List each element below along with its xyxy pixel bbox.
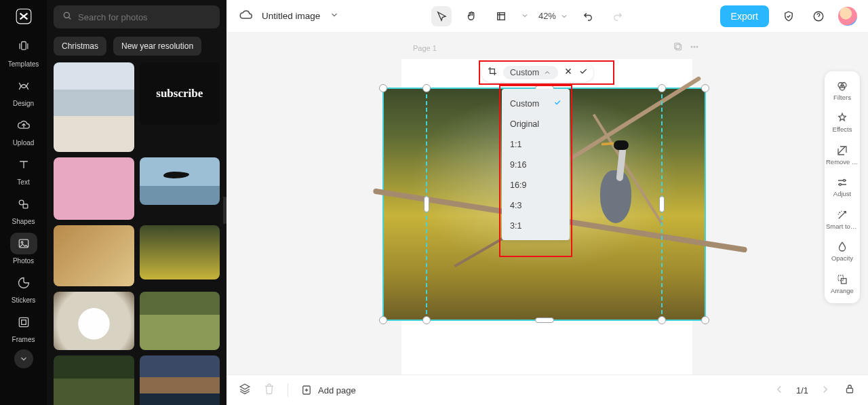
crop-option-original[interactable]: Original [502,114,570,134]
photos-icon [10,233,37,254]
prop-label: Effects [833,126,852,133]
rail-label: Photos [13,257,34,265]
photo-thumb[interactable] [54,157,134,220]
search-input-wrap[interactable] [54,5,220,28]
photo-thumb[interactable]: subscribe [140,62,220,125]
prop-label: Smart tools [826,223,859,230]
photo-thumb[interactable] [140,292,220,350]
page-tools [673,41,700,55]
add-page-button[interactable]: Add page [300,384,356,396]
prop-adjust[interactable]: Adjust [825,173,860,201]
crop-handle[interactable] [659,196,665,212]
chip-new-year[interactable]: New year resolution [113,37,201,56]
user-avatar[interactable] [838,7,857,26]
rail-templates[interactable]: Templates [0,32,47,71]
chip-christmas[interactable]: Christmas [54,37,106,56]
prev-page-button[interactable] [773,383,785,398]
design-icon [10,75,37,97]
crop-icon[interactable] [487,66,498,79]
zoom-value: 42% [538,11,556,21]
hand-tool[interactable] [461,6,481,26]
page-more-icon[interactable] [689,41,700,55]
crop-option-3-1[interactable]: 3:1 [502,216,570,236]
rail-text[interactable]: Text [0,150,47,189]
suggestion-chips: Christmas New year resolution [54,37,220,56]
shield-icon[interactable] [778,6,799,26]
redo-button[interactable] [608,6,628,26]
zoom-display[interactable]: 42% [538,11,568,21]
crop-option-16-9[interactable]: 16:9 [502,175,570,195]
crop-handle[interactable] [422,316,431,324]
crop-ratio-select[interactable]: Custom [503,66,558,79]
photo-thumb[interactable] [54,292,134,350]
crop-handle[interactable] [658,316,666,324]
crop-option-9-16[interactable]: 9:16 [502,155,570,175]
crop-cancel-button[interactable] [564,66,573,79]
prop-label: Adjust [833,191,851,197]
duplicate-page-icon[interactable] [673,41,684,55]
photo-thumb[interactable] [54,62,134,152]
photo-thumb[interactable] [54,355,134,405]
shapes-icon [10,193,37,215]
app-logo[interactable] [0,0,47,32]
cloud-sync-icon[interactable] [239,8,252,24]
resize-handle[interactable] [379,316,387,324]
prop-smart-tools[interactable]: Smart tools [825,206,860,233]
crop-handle[interactable] [422,84,431,92]
photo-thumb[interactable] [54,225,134,286]
photo-thumb[interactable] [140,157,220,205]
resize-handle[interactable] [701,316,709,324]
resize-handle[interactable] [701,84,709,92]
title-chevron-icon[interactable] [330,10,339,22]
canvas-area[interactable]: Page 1 Custom [226,32,868,374]
crop-option-custom[interactable]: Custom [502,93,570,114]
photo-thumb[interactable] [140,225,220,279]
prop-effects[interactable]: Effects [825,109,860,136]
rail-shapes[interactable]: Shapes [0,189,47,229]
svg-rect-9 [498,12,505,20]
lock-icon[interactable] [844,383,856,398]
prop-remove-bg[interactable]: Remove backgr... [825,141,860,169]
option-label: 16:9 [510,180,526,190]
rail-design[interactable]: Design [0,71,47,111]
crop-option-4-3[interactable]: 4:3 [502,195,570,216]
help-icon[interactable] [808,6,829,26]
svg-rect-24 [847,388,853,393]
crop-handle[interactable] [535,317,554,323]
crop-option-1-1[interactable]: 1:1 [502,134,570,155]
rail-more[interactable] [14,349,33,368]
prop-filters[interactable]: Filters [825,77,860,104]
rail-upload[interactable]: Upload [0,111,47,150]
crop-handle[interactable] [424,196,429,212]
artboard-tool[interactable] [491,6,511,26]
add-page-icon [300,384,313,396]
prop-opacity[interactable]: Opacity [825,237,860,265]
rail-frames[interactable]: Frames [0,307,47,347]
next-page-button[interactable] [819,383,831,398]
option-label: 1:1 [510,140,521,149]
search-input[interactable] [78,12,212,22]
select-tool[interactable] [431,6,452,26]
resize-handle[interactable] [379,84,387,92]
crop-confirm-button[interactable] [578,66,588,79]
undo-button[interactable] [578,6,598,26]
export-button[interactable]: Export [720,5,769,27]
prop-arrange[interactable]: Arrange [825,270,860,298]
option-label: 3:1 [510,221,521,231]
canvas-tools: 42% [431,6,628,26]
prop-label: Filters [833,94,851,101]
page-label: Page 1 [413,44,437,52]
check-icon [553,98,561,109]
rail-stickers[interactable]: Stickers [0,268,47,307]
document-title[interactable]: Untitled image [262,11,320,21]
artboard-chevron-icon[interactable] [521,10,529,22]
rail-photos[interactable]: Photos [0,229,47,268]
search-icon [62,10,73,24]
rail-label: Frames [12,336,35,343]
crop-handle[interactable] [658,84,666,92]
svg-point-19 [844,180,846,182]
svg-point-8 [64,12,69,18]
layers-icon[interactable] [239,383,251,398]
photo-thumb[interactable] [140,355,220,405]
crop-ratio-value: Custom [510,68,539,77]
